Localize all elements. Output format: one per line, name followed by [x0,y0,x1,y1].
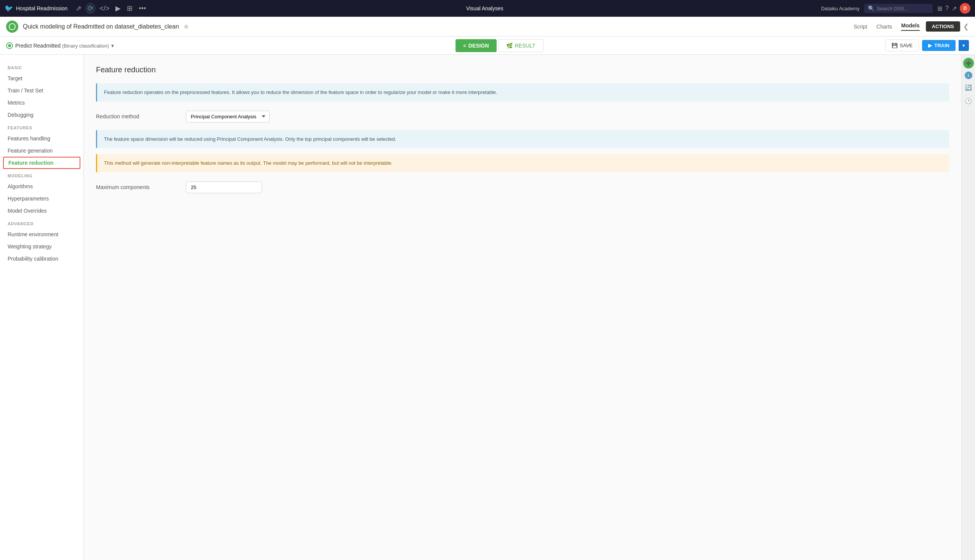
pca-info-text: The feature space dimension will be redu… [104,136,396,142]
predict-dot [8,44,11,47]
grid-icon[interactable]: ⊞ [937,5,942,12]
result-button[interactable]: 🌿 RESULT [498,39,544,52]
search-box[interactable]: 🔍 [864,4,933,13]
header-nav: Script Charts Models [853,22,920,31]
app-logo [6,20,18,33]
nav-models[interactable]: Models [901,22,920,31]
sidebar-section-advanced: ADVANCED [0,217,84,228]
result-icon: 🌿 [506,43,513,49]
header-settings-icon[interactable]: ⚙ [184,24,189,30]
right-rail-expand-icon[interactable]: ➕ [963,58,974,68]
sidebar-section-features: FEATURES [0,121,84,132]
train-play-icon: ▶ [928,43,932,48]
top-nav-bar: 🐦 Hospital Readmission ⇗ ⟳ </> ▶ ⊞ ••• V… [0,0,975,17]
dataiku-academy-link[interactable]: Dataiku Academy [821,6,860,12]
code-icon[interactable]: </> [97,3,112,14]
sidebar-item-features-handling[interactable]: Features handling [0,132,84,145]
save-icon: 💾 [891,43,898,48]
dashboard-icon[interactable]: ⊞ [125,3,135,14]
app-name: Hospital Readmission [16,5,67,12]
right-rail-info-icon[interactable]: i [965,72,972,79]
max-components-input[interactable] [186,182,262,193]
main-layout: BASIC Target Train / Test Set Metrics De… [0,55,975,560]
brand-bird-icon: 🐦 [5,4,13,13]
sidebar-item-feature-reduction[interactable]: Feature reduction [3,157,80,169]
train-button[interactable]: ▶ TRAIN [922,40,956,51]
design-button[interactable]: ≡ DESIGN [455,39,497,52]
actions-button[interactable]: ACTIONS [926,21,960,32]
sidebar-section-basic: BASIC [0,61,84,72]
nav-script[interactable]: Script [853,23,867,30]
sidebar-item-target[interactable]: Target [0,72,84,85]
save-label: SAVE [900,43,913,48]
visual-analyses-label: Visual Analyses [466,5,503,12]
sidebar-item-train-test-set[interactable]: Train / Test Set [0,85,84,97]
external-link-icon[interactable]: ↗ [952,5,957,12]
pca-info-box: The feature space dimension will be redu… [96,130,949,148]
predict-dropdown-arrow[interactable]: ▾ [111,43,114,49]
header-bar: Quick modeling of Readmitted on dataset_… [0,17,975,37]
search-icon: 🔍 [868,5,875,12]
top-nav-center: Visual Analyses [151,5,818,12]
sidebar-item-feature-generation[interactable]: Feature generation [0,145,84,157]
design-label: DESIGN [468,43,489,49]
help-icon[interactable]: ? [945,5,949,12]
content-area: Feature reduction Feature reduction oper… [84,55,961,560]
sidebar-item-metrics[interactable]: Metrics [0,97,84,109]
right-rail-sync-icon[interactable]: 🔄 [963,82,974,93]
top-nav-tools: ⇗ ⟳ </> ▶ ⊞ ••• [74,3,148,14]
sidebar-item-hyperparameters[interactable]: Hyperparameters [0,192,84,205]
flow-icon[interactable]: ⟳ [85,3,95,14]
info-box-text: Feature reduction operates on the prepro… [104,89,497,95]
max-components-row: Maximum components [96,182,949,193]
sidebar-section-modeling: MODELING [0,169,84,180]
top-nav-icons-right: ⊞ ? ↗ D [937,3,970,14]
nav-charts[interactable]: Charts [876,23,892,30]
right-rail: ➕ i 🔄 🕐 [961,55,975,560]
train-label: TRAIN [934,43,950,48]
reduction-method-select[interactable]: No reduction Principal Component Analysi… [186,111,270,122]
collapse-button[interactable]: ❮ [963,22,969,31]
app-brand: 🐦 Hospital Readmission [5,4,67,13]
sidebar-item-probability-calibration[interactable]: Probability calibration [0,253,84,265]
sidebar-item-algorithms[interactable]: Algorithms [0,180,84,192]
warning-text: This method will generate non-interpreta… [104,160,393,166]
top-nav-right: Dataiku Academy 🔍 ⊞ ? ↗ D [821,3,970,14]
page-title: Feature reduction [96,65,949,74]
design-icon: ≡ [463,43,466,49]
right-rail-clock-icon[interactable]: 🕐 [963,96,974,107]
reduction-method-label: Reduction method [96,113,180,120]
predict-circle-icon [6,42,13,49]
more-icon[interactable]: ••• [136,3,148,14]
page-header-title: Quick modeling of Readmitted on dataset_… [23,23,853,30]
predict-label: Predict Readmitted (Binary classificatio… [15,43,109,49]
sidebar-item-weighting-strategy[interactable]: Weighting strategy [0,240,84,253]
save-button[interactable]: 💾 SAVE [885,40,920,52]
sidebar: BASIC Target Train / Test Set Metrics De… [0,55,84,560]
logo-circle [9,23,16,30]
predict-badge: Predict Readmitted (Binary classificatio… [6,42,114,49]
sidebar-item-runtime-environment[interactable]: Runtime environment [0,228,84,240]
result-label: RESULT [515,43,535,49]
warning-box: This method will generate non-interpreta… [96,154,949,172]
predict-name: Predict Readmitted [15,43,60,49]
classification-label: (Binary classification) [62,43,109,49]
sub-header-center: ≡ DESIGN 🌿 RESULT [119,39,881,52]
feature-reduction-info-box: Feature reduction operates on the prepro… [96,83,949,102]
max-components-label: Maximum components [96,184,180,190]
sidebar-item-debugging[interactable]: Debugging [0,109,84,121]
sub-header-bar: Predict Readmitted (Binary classificatio… [0,37,975,55]
train-dropdown-button[interactable]: ▾ [958,40,969,51]
sidebar-item-model-overrides[interactable]: Model Overrides [0,205,84,217]
sub-header-actions: 💾 SAVE ▶ TRAIN ▾ [885,40,969,52]
user-avatar[interactable]: D [960,3,970,14]
reduction-method-row: Reduction method No reduction Principal … [96,111,949,122]
run-icon[interactable]: ▶ [113,3,123,14]
search-input[interactable] [877,6,929,12]
header-title-text: Quick modeling of Readmitted on dataset_… [23,23,179,30]
share-icon[interactable]: ⇗ [74,3,84,14]
